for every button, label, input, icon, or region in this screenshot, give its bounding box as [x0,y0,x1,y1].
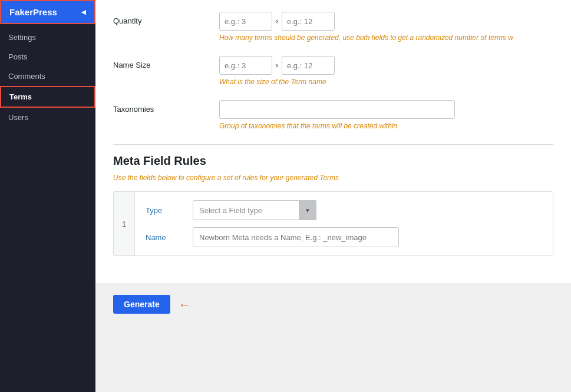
sidebar-item-users[interactable]: Users [0,108,95,127]
rule-body: Type Select a Field type ▼ Name [135,192,553,255]
taxonomies-label: Taxonomies [113,100,219,114]
brand-label: FakerPress [9,7,57,17]
rule-card: 1 Type Select a Field type ▼ Name [113,191,553,256]
rule-type-select[interactable]: Select a Field type [193,200,316,220]
sidebar-item-terms[interactable]: Terms [0,86,95,108]
sidebar-collapse-icon: ◀ [81,9,86,15]
sidebar-item-settings[interactable]: Settings [0,28,95,47]
quantity-row: Quantity › How many terms should be gene… [113,12,553,42]
taxonomies-row: Taxonomies Group of taxonomies that the … [113,100,553,130]
section-divider [113,144,553,145]
content-area: Quantity › How many terms should be gene… [95,0,571,283]
name-size-min-input[interactable] [219,56,272,75]
rule-type-label: Type [146,206,193,215]
rule-number: 1 [114,192,135,255]
generate-arrow-icon: ← [179,298,190,311]
name-size-range-arrow-icon: › [276,61,278,69]
rule-type-select-wrapper: Select a Field type ▼ [193,200,316,220]
taxonomies-input[interactable] [219,100,455,119]
main-content: Quantity › How many terms should be gene… [95,0,571,392]
name-size-field: › What is the size of the Term name [219,56,553,86]
sidebar-nav: Settings Posts Comments Terms Users [0,24,95,392]
quantity-max-input[interactable] [282,12,335,31]
quantity-field: › How many terms should be generated, us… [219,12,553,42]
taxonomies-field: Group of taxonomies that the terms will … [219,100,553,130]
name-size-label: Name Size [113,56,219,69]
sidebar-item-comments[interactable]: Comments [0,67,95,86]
rule-name-label: Name [146,233,193,242]
name-size-row: Name Size › What is the size of the Term… [113,56,553,86]
quantity-min-input[interactable] [219,12,272,31]
quantity-label: Quantity [113,12,219,25]
quantity-hint: How many terms should be generated, use … [219,34,553,42]
rule-name-row: Name [146,227,542,247]
sidebar-item-posts[interactable]: Posts [0,47,95,67]
taxonomies-hint: Group of taxonomies that the terms will … [219,122,553,130]
meta-rules-subtitle: Use the fields below to configure a set … [113,174,553,182]
quantity-inputs: › [219,12,553,31]
sidebar: FakerPress ◀ Settings Posts Comments Ter… [0,0,95,392]
name-size-max-input[interactable] [282,56,335,75]
rule-name-input[interactable] [193,227,399,247]
generate-area: Generate ← [95,283,571,325]
meta-rules-title: Meta Field Rules [113,154,553,168]
name-size-hint: What is the size of the Term name [219,78,553,86]
range-arrow-icon: › [276,17,278,25]
rule-type-row: Type Select a Field type ▼ [146,200,542,220]
generate-button[interactable]: Generate [113,295,170,314]
sidebar-brand[interactable]: FakerPress ◀ [0,0,95,24]
name-size-inputs: › [219,56,553,75]
